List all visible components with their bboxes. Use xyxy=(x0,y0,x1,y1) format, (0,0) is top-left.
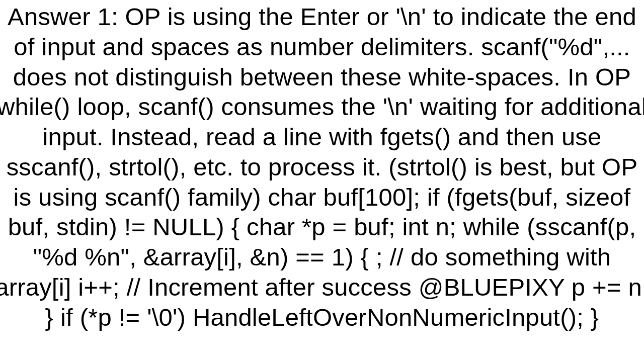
answer-text: Answer 1: OP is using the Enter or '\n' … xyxy=(0,0,644,332)
document-content: Answer 1: OP is using the Enter or '\n' … xyxy=(0,0,644,362)
